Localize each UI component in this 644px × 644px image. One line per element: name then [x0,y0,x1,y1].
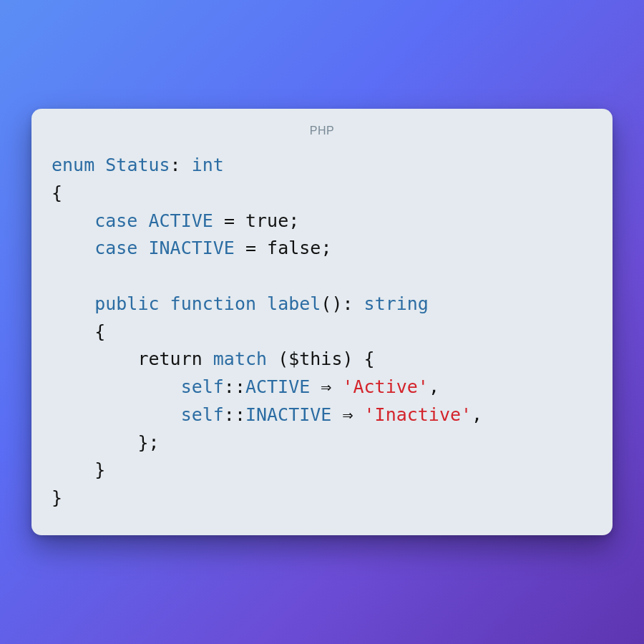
brace-open: { [52,182,62,203]
const-active: ACTIVE [149,210,213,231]
paren-open: ( [278,348,288,369]
const-inactive: INACTIVE [149,238,235,258]
kw-return: return [137,348,202,369]
arrow: ⇒ [321,376,331,397]
colon: : [342,293,353,314]
semicolon: ; [288,210,299,231]
class-name: Status [105,155,170,175]
kw-public: public [94,293,159,314]
const-active: ACTIVE [245,376,310,397]
val-false: false [267,238,321,258]
brace-open: { [364,348,375,369]
semicolon: ; [321,238,331,258]
code-block: enum Status: int { case ACTIVE = true; c… [52,152,592,512]
type-int: int [192,155,224,175]
str-inactive: 'Inactive' [364,404,472,425]
eq: = [245,238,256,258]
str-active: 'Active' [342,376,428,397]
kw-match: match [213,348,267,369]
kw-self: self [181,404,224,425]
kw-case: case [94,210,137,231]
comma: , [472,404,482,425]
eq: = [224,210,235,231]
kw-case: case [94,238,137,258]
parens: () [321,293,342,314]
kw-enum: enum [52,155,94,175]
paren-close: ) [342,348,353,369]
comma: , [429,376,439,397]
brace-close: } [52,487,62,508]
brace-open: { [94,321,105,342]
colon: : [170,155,181,175]
kw-function: function [170,293,256,314]
kw-self: self [181,376,224,397]
var-this: $this [288,348,342,369]
type-string: string [364,293,429,314]
double-colon: :: [224,376,245,397]
code-card: PHP enum Status: int { case ACTIVE = tru… [31,109,613,535]
brace-close: } [94,459,105,480]
const-inactive: INACTIVE [245,404,331,425]
arrow: ⇒ [342,404,353,425]
val-true: true [245,210,288,231]
brace-close-semi: }; [137,432,159,453]
fn-label: label [267,293,321,314]
double-colon: :: [224,404,245,425]
language-label: PHP [52,125,592,137]
